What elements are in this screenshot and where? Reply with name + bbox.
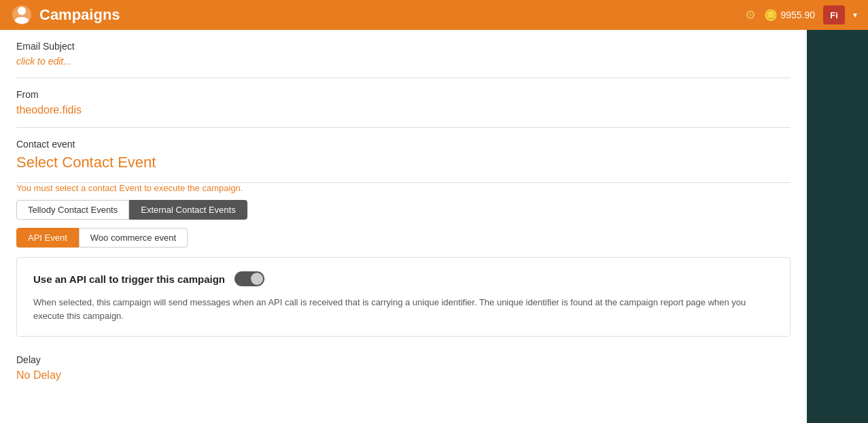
api-call-box: Use an API call to trigger this campaign… bbox=[16, 257, 791, 337]
header-right: ⚙ 🪙 9955.90 Fi ▾ bbox=[745, 5, 857, 24]
sub-tabs: API Event Woo commerce event bbox=[16, 228, 791, 248]
main-layout: Email Subject click to edit... From theo… bbox=[0, 30, 868, 423]
email-subject-label: Email Subject bbox=[16, 41, 791, 52]
event-type-tabs: Tellody Contact Events External Contact … bbox=[16, 200, 791, 220]
woo-commerce-event-tab[interactable]: Woo commerce event bbox=[79, 228, 188, 248]
contact-event-value[interactable]: Select Contact Event bbox=[16, 154, 791, 171]
delay-label: Delay bbox=[16, 354, 791, 365]
right-sidebar bbox=[807, 30, 868, 423]
delay-value[interactable]: No Delay bbox=[16, 369, 791, 382]
credits-icon: 🪙 bbox=[764, 9, 778, 22]
content-area: Email Subject click to edit... From theo… bbox=[0, 30, 807, 423]
email-subject-value[interactable]: click to edit... bbox=[16, 56, 791, 67]
credits-value: 9955.90 bbox=[780, 10, 815, 20]
app-title: Campaigns bbox=[39, 6, 738, 24]
credits-display: 🪙 9955.90 bbox=[764, 9, 815, 22]
api-call-header: Use an API call to trigger this campaign bbox=[33, 271, 774, 286]
external-contact-events-tab[interactable]: External Contact Events bbox=[129, 200, 247, 220]
api-call-description: When selected, this campaign will send m… bbox=[33, 296, 774, 322]
api-call-title: Use an API call to trigger this campaign bbox=[33, 273, 225, 285]
email-subject-section: Email Subject click to edit... bbox=[16, 30, 791, 78]
delay-section: Delay No Delay bbox=[16, 343, 791, 392]
api-event-tab[interactable]: API Event bbox=[16, 228, 79, 248]
api-call-toggle[interactable] bbox=[235, 271, 264, 286]
avatar-button[interactable]: Fi bbox=[823, 5, 845, 24]
header: Campaigns ⚙ 🪙 9955.90 Fi ▾ bbox=[0, 0, 868, 30]
chevron-down-icon[interactable]: ▾ bbox=[853, 10, 857, 20]
contact-event-section: Contact event Select Contact Event bbox=[16, 128, 791, 183]
error-message: You must select a contact Event to execu… bbox=[16, 183, 791, 193]
from-value[interactable]: theodore.fidis bbox=[16, 104, 791, 116]
from-section: From theodore.fidis bbox=[16, 78, 791, 128]
gear-icon[interactable]: ⚙ bbox=[745, 7, 756, 22]
svg-point-2 bbox=[15, 17, 29, 24]
tellody-contact-events-tab[interactable]: Tellody Contact Events bbox=[16, 200, 129, 220]
svg-point-1 bbox=[18, 7, 26, 15]
from-label: From bbox=[16, 89, 791, 100]
logo-icon bbox=[11, 4, 33, 26]
contact-event-label: Contact event bbox=[16, 139, 791, 150]
